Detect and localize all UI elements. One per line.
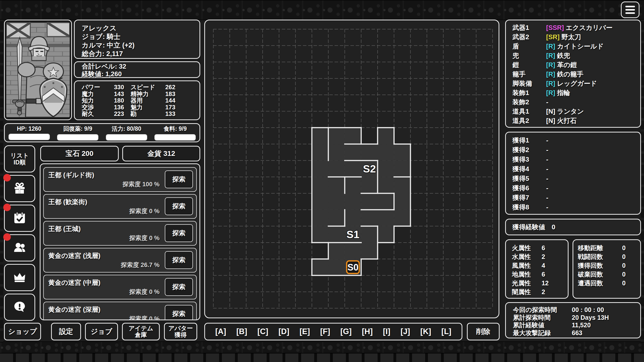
explored-cell[interactable]	[312, 226, 328, 243]
item-storage-button[interactable]: アイテム倉庫	[122, 323, 160, 340]
stat-label: パワー	[82, 84, 108, 91]
job-button[interactable]: ジョブ	[85, 323, 118, 340]
save-slot-L[interactable]: [L]	[441, 327, 452, 336]
vital-label: HP: 1260	[17, 125, 41, 132]
explore-button[interactable]: 探索	[165, 305, 193, 320]
settings-button[interactable]: 設定	[51, 323, 81, 340]
explored-cell[interactable]	[394, 177, 410, 193]
element-value: 12	[542, 279, 568, 288]
save-slot-H[interactable]: [H]	[362, 327, 373, 336]
explored-cell[interactable]	[328, 128, 345, 144]
explored-cell[interactable]	[361, 226, 378, 243]
save-slot-K[interactable]: [K]	[420, 327, 431, 336]
explored-cell[interactable]	[328, 259, 345, 275]
explored-cell[interactable]	[361, 210, 378, 226]
gems-button[interactable]: 宝石 200	[40, 146, 119, 161]
explored-cell[interactable]	[361, 193, 378, 210]
equip-item: [R] カイトシールド	[546, 42, 640, 51]
explored-cell[interactable]	[312, 144, 328, 160]
sidebar-list-sort-button[interactable]: リスト ID順	[4, 145, 35, 172]
save-slot-C[interactable]: [C]	[257, 327, 268, 336]
explored-cell[interactable]	[345, 160, 361, 177]
explore-button[interactable]: 探索	[165, 224, 193, 242]
sidebar-notice-bubble-button[interactable]	[4, 294, 35, 321]
explored-cell[interactable]	[378, 177, 394, 193]
explored-cell[interactable]	[378, 144, 394, 160]
explore-button[interactable]: 探索	[165, 170, 193, 188]
save-slot-A[interactable]: [A]	[215, 327, 226, 336]
delete-button[interactable]: 削除	[467, 323, 500, 340]
rarity-tag: [SSR]	[546, 24, 566, 31]
explored-cell[interactable]	[328, 193, 345, 210]
explored-cell[interactable]	[361, 144, 378, 160]
explored-cell[interactable]	[394, 144, 410, 160]
explored-cell[interactable]	[328, 210, 345, 226]
explored-cell[interactable]	[328, 144, 345, 160]
explored-cell[interactable]	[312, 160, 328, 177]
gold-button[interactable]: 金貨 312	[122, 146, 200, 161]
shop-button[interactable]: ショップ	[4, 323, 41, 340]
explored-cell[interactable]	[312, 210, 328, 226]
explored-cell[interactable]	[328, 160, 345, 177]
dungeon-map-panel[interactable]: S2S1S0	[204, 20, 499, 318]
explored-cell[interactable]	[378, 226, 394, 243]
explored-cell[interactable]	[312, 193, 328, 210]
sidebar-friends-button[interactable]	[4, 234, 35, 261]
hamburger-icon	[625, 6, 635, 7]
avatar-get-button[interactable]: アバター獲得	[164, 323, 197, 340]
explored-cell[interactable]	[328, 243, 345, 259]
explored-cell[interactable]	[328, 177, 345, 193]
save-slot-G[interactable]: [G]	[340, 327, 352, 336]
location-name: 黄金の迷宮 (浅層)	[48, 251, 100, 260]
element-stats-panel: 火属性6水属性2風属性4地属性6光属性12闇属性2	[505, 239, 569, 299]
kv-row: 累計探索時間20 Days 13H	[513, 314, 640, 322]
explored-cell[interactable]	[378, 193, 394, 210]
explored-cell[interactable]	[361, 177, 378, 193]
save-slot-J[interactable]: [J]	[400, 327, 410, 336]
gained-exp-panel: 獲得経験値 0	[505, 219, 641, 235]
explored-cell[interactable]	[312, 177, 328, 193]
map-marker-s0[interactable]: S0	[347, 262, 358, 273]
equip-item: [N] ランタン	[546, 107, 640, 116]
counter-value: 0	[616, 261, 626, 270]
explored-cell[interactable]	[345, 128, 361, 144]
explored-cell[interactable]	[394, 160, 410, 177]
explored-cell[interactable]	[378, 160, 394, 177]
explored-cell[interactable]	[312, 259, 328, 275]
save-slot-B[interactable]: [B]	[236, 327, 247, 336]
explored-cell[interactable]	[361, 243, 378, 259]
location-row: 黄金の迷宮 (中層)探索度 0 %探索	[43, 275, 197, 299]
explored-cell[interactable]	[394, 193, 410, 210]
explored-cell[interactable]	[328, 226, 345, 243]
explored-cell[interactable]	[345, 144, 361, 160]
sidebar-gift-button[interactable]	[4, 175, 35, 202]
records-panel: 今回の探索時間00 : 00 : 00累計探索時間20 Days 13H累計経験…	[505, 302, 641, 338]
map-marker-s2[interactable]: S2	[363, 163, 376, 175]
explore-button[interactable]: 探索	[165, 251, 193, 269]
save-slot-I[interactable]: [I]	[383, 327, 390, 336]
notice-bubble-icon	[13, 300, 26, 314]
explored-cell[interactable]	[312, 128, 328, 144]
dungeon-map[interactable]: S2S1S0	[205, 20, 499, 318]
explore-button[interactable]: 探索	[165, 197, 193, 215]
sidebar-calendar-check-button[interactable]	[4, 205, 35, 232]
sidebar-crown-button[interactable]	[4, 264, 35, 291]
explore-button[interactable]: 探索	[165, 278, 193, 296]
save-slot-F[interactable]: [F]	[320, 327, 330, 336]
explored-cell[interactable]	[394, 210, 410, 226]
explored-cell[interactable]	[345, 210, 361, 226]
explored-cell[interactable]	[378, 210, 394, 226]
record-value: 11,520	[572, 321, 640, 329]
explored-cell[interactable]	[378, 128, 394, 144]
drop-slot-label: 獲得2	[512, 145, 546, 155]
map-marker-s1[interactable]: S1	[346, 229, 359, 240]
kv-row: 今回の探索時間00 : 00 : 00	[513, 306, 640, 314]
rarity-tag: [R]	[546, 61, 557, 69]
save-slot-D[interactable]: [D]	[278, 327, 289, 336]
explored-cell[interactable]	[345, 243, 361, 259]
explored-cell[interactable]	[345, 177, 361, 193]
save-slot-E[interactable]: [E]	[300, 327, 310, 336]
location-name: 王都 (ギルド街)	[48, 171, 94, 179]
explored-cell[interactable]	[345, 193, 361, 210]
menu-button[interactable]	[621, 2, 639, 18]
